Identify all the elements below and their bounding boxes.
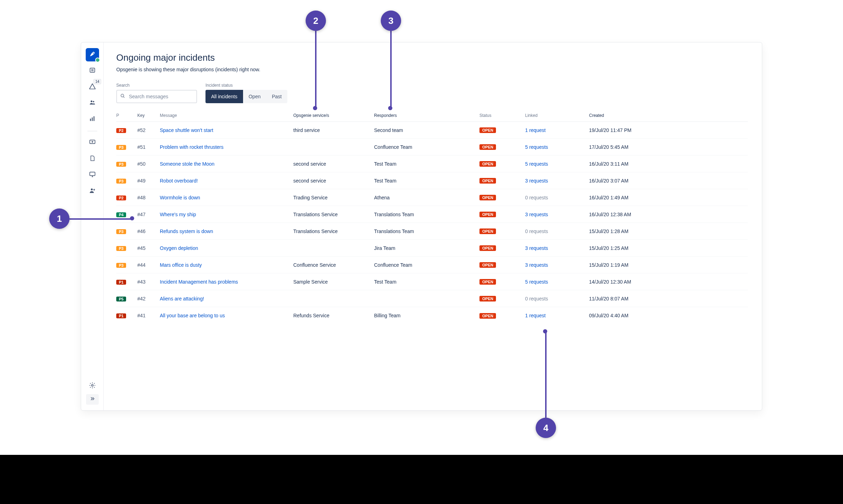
incident-created: 17/Jul/20 5:45 AM [589,144,748,150]
table-row[interactable]: P2#52Space shuttle won't startthird serv… [116,122,748,139]
status-badge: OPEN [479,161,496,167]
svg-rect-5 [92,117,93,121]
sidebar-invite[interactable] [86,185,99,198]
segment-past[interactable]: Past [266,90,287,103]
incident-created: 15/Jul/20 1:28 AM [589,228,748,234]
incident-created: 09/Jul/20 4:40 AM [589,313,748,318]
status-badge: OPEN [479,144,496,150]
sidebar-divider [87,131,97,131]
incident-created: 14/Jul/20 12:30 AM [589,279,748,285]
incident-responders: Confluence Team [374,144,479,150]
linked-requests-link[interactable]: 3 requests [525,212,548,217]
table-row[interactable]: P1#41All your base are belong to usRefun… [116,307,748,324]
svg-rect-4 [90,119,91,121]
table-row[interactable]: P2#48Wormhole is downTrading ServiceAthe… [116,189,748,206]
main-content: Ongoing major incidents Opsgenie is show… [104,42,762,410]
status-badge: OPEN [479,127,496,133]
incident-message-link[interactable]: Someone stole the Moon [160,161,215,167]
incident-message-link[interactable]: Where's my ship [160,212,196,217]
status-badge: OPEN [479,262,496,268]
linked-requests-link[interactable]: 1 request [525,127,545,133]
incident-key: #52 [137,127,160,133]
incident-service: Confluence Service [293,262,374,268]
col-header-created[interactable]: Created [589,113,748,118]
sidebar-reports[interactable] [86,113,99,126]
incident-message-link[interactable]: Mars office is dusty [160,262,202,268]
annotation-callout-1: 1 [49,208,70,229]
linked-requests-link[interactable]: 3 requests [525,178,548,184]
incident-message-link[interactable]: Problem with rocket thrusters [160,144,223,150]
incident-responders: Test Team [374,161,479,167]
sidebar-queues[interactable] [86,64,99,78]
search-input[interactable] [116,90,197,103]
segment-open[interactable]: Open [243,90,266,103]
priority-badge: P3 [116,229,126,234]
incident-message-link[interactable]: Oxygen depletion [160,245,198,251]
incident-message-link[interactable]: Wormhole is down [160,195,200,200]
sidebar-knowledge[interactable] [86,152,99,166]
table-row[interactable]: P1#43Incident Management has problemsSam… [116,273,748,290]
linked-requests-link[interactable]: 5 requests [525,144,548,150]
incident-message-link[interactable]: Incident Management has problems [160,279,238,285]
incident-key: #41 [137,313,160,318]
table-row[interactable]: P3#46Refunds system is downTranslations … [116,223,748,240]
col-header-key[interactable]: Key [137,113,160,118]
annotation-dot-4 [543,329,547,333]
incident-key: #44 [137,262,160,268]
incident-message-link[interactable]: Robot overboard! [160,178,198,184]
incident-key: #49 [137,178,160,184]
linked-requests-link[interactable]: 1 request [525,313,545,318]
filters-row: Search Incident status All incidents Ope… [116,83,748,103]
incident-service: second service [293,161,374,167]
linked-requests-link[interactable]: 3 requests [525,245,548,251]
col-header-responders[interactable]: Responders [374,113,479,118]
monitor-icon [89,171,96,180]
table-row[interactable]: P3#50Someone stole the Moonsecond servic… [116,155,748,172]
linked-requests-link[interactable]: 5 requests [525,161,548,167]
table-row[interactable]: P4#47Where's my shipTranslations Service… [116,206,748,223]
sidebar-raise-request[interactable] [86,136,99,150]
col-header-linked[interactable]: Linked [525,113,589,118]
incident-responders: Test Team [374,178,479,184]
bar-chart-icon [89,115,96,124]
queue-icon [89,67,96,75]
people-icon [89,99,96,108]
linked-requests-link[interactable]: 5 requests [525,279,548,285]
annotation-line-2 [315,31,316,107]
col-header-status[interactable]: Status [479,113,525,118]
incident-message-link[interactable]: Refunds system is down [160,228,213,234]
incident-responders: Translations Team [374,212,479,217]
sidebar-channels[interactable] [86,168,99,182]
table-row[interactable]: P3#45Oxygen depletionJira TeamOPEN3 requ… [116,240,748,257]
annotation-dot-2 [313,106,317,110]
annotation-dot-1 [130,216,134,220]
priority-badge: P3 [116,162,126,167]
incident-key: #46 [137,228,160,234]
table-row[interactable]: P3#51Problem with rocket thrustersConflu… [116,139,748,155]
incident-message-link[interactable]: Space shuttle won't start [160,127,213,133]
sidebar-unresolved[interactable]: 14 [86,80,99,94]
table-row[interactable]: P3#44Mars office is dustyConfluence Serv… [116,257,748,273]
linked-requests-link[interactable]: 3 requests [525,262,548,268]
sidebar-customers[interactable] [86,97,99,110]
priority-badge: P1 [116,280,126,285]
sidebar-expand-button[interactable] [86,394,99,405]
table-row[interactable]: P5#42Aliens are attacking!OPEN0 requests… [116,290,748,307]
page-icon [89,155,96,164]
table-row[interactable]: P3#49Robot overboard!second serviceTest … [116,172,748,189]
sidebar: 14 [81,42,104,410]
annotation-dot-3 [388,106,392,110]
col-header-service[interactable]: Opsgenie service/s [293,113,374,118]
incident-message-link[interactable]: All your base are belong to us [160,313,225,318]
incident-service: Translations Service [293,212,374,217]
col-header-message[interactable]: Message [160,113,293,118]
priority-badge: P4 [116,212,126,217]
status-badge: OPEN [479,212,496,217]
sidebar-settings[interactable] [86,379,99,393]
incident-message-link[interactable]: Aliens are attacking! [160,296,204,301]
segment-all-incidents[interactable]: All incidents [205,90,243,103]
project-logo[interactable] [86,48,99,61]
incident-status-label: Incident status [205,83,287,88]
col-header-priority[interactable]: P [116,113,137,118]
svg-point-2 [91,100,92,102]
